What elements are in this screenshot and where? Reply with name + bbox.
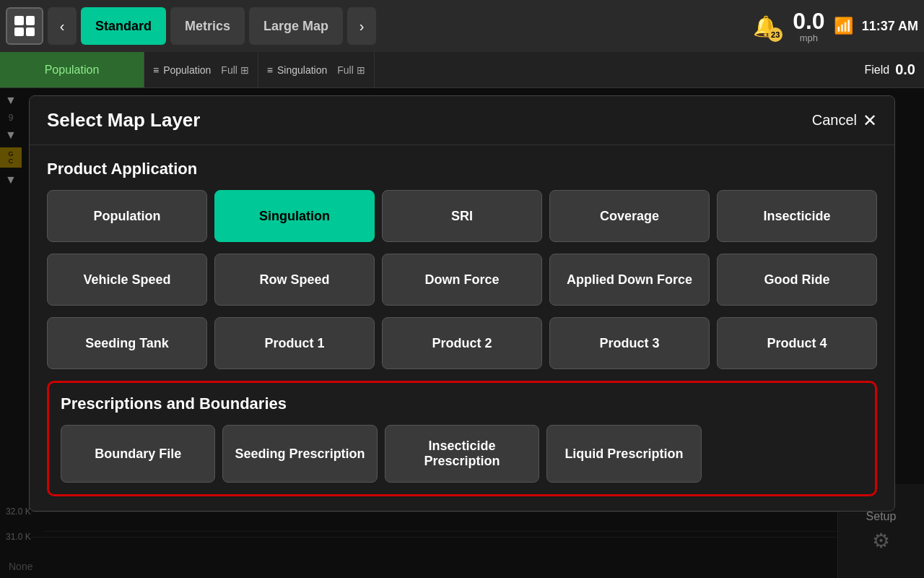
product-application-row1: Population Singulation SRI Coverage Inse…	[47, 190, 877, 242]
main-area: ▼ 9 ▼ GC ▼ Select Map Layer Cancel ✕ Pro…	[0, 88, 924, 578]
second-bar-population: ≡ Population Full ⊞	[144, 52, 258, 87]
btn-insecticide-prescription[interactable]: Insecticide Prescription	[385, 425, 539, 483]
tab-standard[interactable]: Standard	[81, 7, 166, 45]
speed-display: 0.0 mph	[793, 9, 824, 43]
btn-liquid-prescription[interactable]: Liquid Prescription	[546, 425, 701, 483]
tab-large-map[interactable]: Large Map	[249, 7, 343, 45]
field-value: 0.0	[895, 61, 915, 78]
product-application-row2: Vehicle Speed Row Speed Down Force Appli…	[47, 254, 877, 306]
population-tab[interactable]: Population	[0, 52, 144, 87]
btn-boundary-file[interactable]: Boundary File	[61, 425, 215, 483]
list-icon-2: ≡	[267, 64, 273, 76]
modal-header: Select Map Layer Cancel ✕	[30, 96, 894, 145]
grid-menu-button[interactable]	[6, 7, 43, 45]
grid-icon	[14, 16, 35, 36]
cancel-button[interactable]: Cancel ✕	[812, 111, 877, 131]
cancel-label: Cancel	[812, 112, 857, 129]
prescriptions-title: Prescriptions and Boundaries	[61, 394, 863, 413]
btn-down-force[interactable]: Down Force	[382, 254, 542, 306]
signal-icon: 📶	[834, 17, 853, 35]
btn-insecticide[interactable]: Insecticide	[717, 190, 877, 242]
second-bar-singulation: ≡ Singulation Full ⊞	[258, 52, 375, 87]
btn-product-2[interactable]: Product 2	[382, 317, 542, 369]
btn-singulation[interactable]: Singulation	[214, 190, 375, 242]
btn-coverage[interactable]: Coverage	[549, 190, 710, 242]
btn-seeding-tank[interactable]: Seeding Tank	[47, 317, 207, 369]
field-display: Field 0.0	[856, 61, 925, 78]
btn-row-speed[interactable]: Row Speed	[214, 254, 375, 306]
full-icon-2: Full ⊞	[337, 64, 365, 76]
close-icon: ✕	[863, 111, 877, 131]
speed-unit: mph	[793, 33, 824, 43]
select-map-layer-modal: Select Map Layer Cancel ✕ Product Applic…	[29, 95, 895, 512]
modal-overlay: Select Map Layer Cancel ✕ Product Applic…	[0, 88, 924, 578]
btn-seeding-prescription[interactable]: Seeding Prescription	[222, 425, 377, 483]
notification-count: 23	[768, 27, 783, 42]
modal-body: Product Application Population Singulati…	[30, 145, 894, 511]
product-application-row3: Seeding Tank Product 1 Product 2 Product…	[47, 317, 877, 369]
field-label: Field	[865, 64, 890, 77]
prescriptions-section: Prescriptions and Boundaries Boundary Fi…	[47, 381, 877, 496]
btn-applied-down-force[interactable]: Applied Down Force	[549, 254, 710, 306]
btn-product-4[interactable]: Product 4	[717, 317, 877, 369]
list-icon-1: ≡	[153, 64, 159, 76]
btn-population[interactable]: Population	[47, 190, 207, 242]
btn-vehicle-speed[interactable]: Vehicle Speed	[47, 254, 207, 306]
speed-value: 0.0	[793, 9, 824, 33]
notification-bell[interactable]: 🔔 23	[746, 7, 784, 45]
btn-sri[interactable]: SRI	[382, 190, 542, 242]
prescriptions-grid: Boundary File Seeding Prescription Insec…	[61, 425, 863, 483]
product-application-title: Product Application	[47, 160, 877, 178]
top-bar: ‹ Standard Metrics Large Map › 🔔 23 0.0 …	[0, 0, 924, 52]
second-bar: Population ≡ Population Full ⊞ ≡ Singula…	[0, 52, 924, 88]
btn-product-1[interactable]: Product 1	[214, 317, 375, 369]
clock-display: 11:37 AM	[862, 19, 918, 34]
top-right-area: 🔔 23 0.0 mph 📶 11:37 AM	[746, 7, 918, 45]
btn-product-3[interactable]: Product 3	[549, 317, 710, 369]
full-icon-1: Full ⊞	[221, 64, 248, 76]
nav-forward-button[interactable]: ›	[347, 7, 376, 45]
modal-title: Select Map Layer	[47, 109, 200, 131]
btn-good-ride[interactable]: Good Ride	[717, 254, 877, 306]
tab-metrics[interactable]: Metrics	[170, 7, 245, 45]
nav-back-button[interactable]: ‹	[48, 7, 77, 45]
